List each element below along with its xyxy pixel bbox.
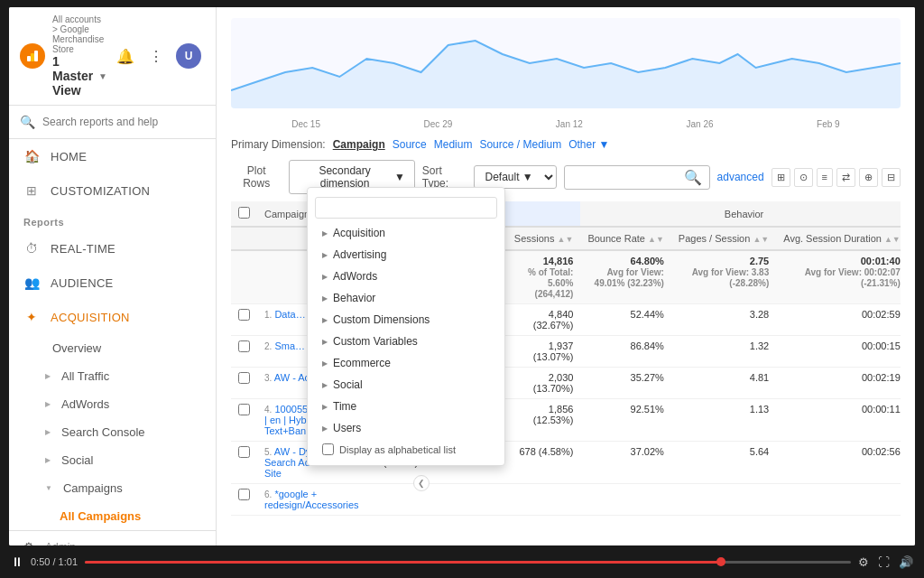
sidebar-item-customization[interactable]: ⊞ CUSTOMIZATION [9, 173, 216, 208]
total-bounce-rate: 64.80% Avg for View: 49.01% (32.23%) [580, 250, 670, 304]
dropdown-item-acquisition[interactable]: ▶ Acquisition [308, 222, 504, 244]
dim-source[interactable]: Source [393, 138, 427, 151]
campaign-link-6[interactable]: *google + redesign/Accessories [264, 489, 359, 510]
sidebar-item-social[interactable]: ▶ Social [9, 446, 216, 474]
svg-rect-2 [34, 51, 38, 61]
campaign-link-1[interactable]: Data… [274, 309, 305, 320]
dropdown-item-adwords[interactable]: ▶ AdWords [308, 266, 504, 287]
row-checkbox-4[interactable] [238, 404, 250, 415]
adwords-expand-arrow: ▶ [45, 400, 51, 408]
chart-view-btn[interactable]: ⊙ [794, 168, 813, 187]
ga-logo [20, 43, 45, 69]
advanced-link[interactable]: advanced [717, 171, 764, 183]
row-checkbox-1[interactable] [238, 309, 250, 321]
dropdown-item-custom-variables[interactable]: ▶ Custom Variables [308, 331, 504, 352]
sidebar-item-campaigns[interactable]: ▼ Campaigns [9, 474, 216, 502]
date-label-5: Feb 9 [817, 119, 840, 129]
sidebar: All accounts > Google Merchandise Store … [9, 7, 217, 545]
sidebar-item-adwords[interactable]: ▶ AdWords [9, 390, 216, 418]
row-checkbox-5[interactable] [238, 446, 250, 458]
table-view-btn[interactable]: ⊞ [772, 168, 790, 187]
play-button[interactable]: ⏸ [11, 555, 23, 569]
chart-svg [231, 18, 901, 108]
table-search-icon[interactable]: 🔍 [684, 169, 702, 186]
sidebar-item-all-traffic[interactable]: ▶ All Traffic [9, 362, 216, 390]
dropdown-item-ecommerce[interactable]: ▶ Ecommerce [308, 352, 504, 374]
view-icons: ⊞ ⊙ ≡ ⇄ ⊕ ⊟ [772, 168, 901, 187]
sidebar-item-overview[interactable]: Overview [9, 334, 216, 362]
col-avg-duration[interactable]: Avg. Session Duration ▲▼ [776, 227, 901, 250]
custom-btn[interactable]: ⊟ [882, 168, 901, 187]
search-input[interactable] [42, 116, 205, 128]
dropdown-item-advertising[interactable]: ▶ Advertising [308, 244, 504, 266]
sidebar-item-audience[interactable]: 👥 AUDIENCE [9, 266, 216, 300]
account-view[interactable]: 1 Master View ▼ [52, 54, 107, 98]
row-checkbox-2[interactable] [238, 340, 250, 352]
table-row: 6. *google + redesign/Accessories [231, 484, 901, 516]
sidebar-item-realtime[interactable]: ⏱ REAL-TIME [9, 231, 216, 266]
sidebar-collapse-btn[interactable]: ❮ [413, 475, 430, 491]
col-bounce-rate[interactable]: Bounce Rate ▲▼ [580, 227, 670, 250]
dim-other[interactable]: Other ▼ [568, 138, 609, 151]
dropdown-item-social[interactable]: ▶ Social [308, 374, 504, 396]
dropdown-item-time[interactable]: ▶ Time [308, 396, 504, 417]
secondary-dimension-dropdown: ▶ Acquisition ▶ Advertising ▶ AdWords ▶ … [307, 187, 505, 466]
date-label-4: Jan 26 [686, 119, 713, 129]
video-right-controls: ⚙ ⛶ 🔊 [858, 555, 913, 569]
campaign-link-2[interactable]: Sma… [274, 340, 305, 351]
svg-rect-0 [27, 56, 31, 61]
sort-select[interactable]: Default ▼ [474, 165, 557, 189]
compare-btn[interactable]: ⇄ [836, 168, 855, 187]
sidebar-item-customization-label: CUSTOMIZATION [51, 184, 150, 198]
settings-btn[interactable]: ⚙ [858, 555, 869, 569]
dim-source-medium[interactable]: Source / Medium [479, 138, 561, 151]
sidebar-item-home[interactable]: 🏠 HOME [9, 139, 216, 173]
volume-btn[interactable]: 🔊 [899, 555, 913, 569]
more-options-btn[interactable]: ⋮ [147, 46, 165, 67]
fullscreen-btn[interactable]: ⛶ [878, 555, 890, 569]
list-view-btn[interactable]: ≡ [817, 168, 833, 187]
dropdown-item-custom-dimensions[interactable]: ▶ Custom Dimensions [308, 309, 504, 331]
search-box-right: 🔍 [564, 165, 710, 190]
dropdown-item-behavior[interactable]: ▶ Behavior [308, 287, 504, 309]
sidebar-item-acquisition[interactable]: ✦ ACQUISITION [9, 300, 216, 334]
svg-rect-1 [31, 53, 34, 61]
search-icon: 🔍 [20, 115, 35, 129]
secondary-dim-label: Secondary dimension [299, 164, 391, 190]
search-section: 🔍 [9, 106, 216, 139]
alphabetical-checkbox[interactable] [322, 443, 334, 455]
row-checkbox-3[interactable] [238, 372, 250, 384]
bell-icon-btn[interactable]: 🔔 [115, 46, 136, 67]
audience-icon: 👥 [23, 275, 40, 291]
secondary-dim-arrow: ▼ [394, 171, 405, 183]
acquisition-label: ACQUISITION [51, 311, 130, 324]
sidebar-item-search-console[interactable]: ▶ Search Console [9, 418, 216, 446]
date-label-1: Dec 15 [291, 119, 320, 129]
pivot-btn[interactable]: ⊕ [859, 168, 878, 187]
chart-area [231, 18, 901, 108]
plot-rows-btn[interactable]: Plot Rows [231, 163, 282, 191]
content-area: Dec 15 Dec 29 Jan 12 Jan 26 Feb 9 Primar… [217, 7, 915, 545]
dropdown-item-users[interactable]: ▶ Users [308, 417, 504, 439]
sidebar-item-all-campaigns[interactable]: All Campaigns [9, 502, 216, 530]
dropdown-checkbox-alphabetical[interactable]: Display as alphabetical list [308, 439, 504, 460]
date-label-3: Jan 12 [556, 119, 583, 129]
user-avatar[interactable]: U [176, 43, 201, 69]
select-all-checkbox[interactable] [238, 207, 250, 219]
audience-label: AUDIENCE [51, 276, 114, 290]
table-search-input[interactable] [572, 171, 680, 183]
sidebar-settings[interactable]: ⚙ Admin [9, 530, 216, 545]
dim-medium[interactable]: Medium [434, 138, 473, 151]
dropdown-search-input[interactable] [315, 197, 497, 219]
total-pages: 2.75 Avg for View: 3.83 (-28.28%) [671, 250, 776, 304]
total-duration: 00:01:40 Avg for View: 00:02:07 (-21.31%… [776, 250, 901, 304]
view-dropdown-arrow[interactable]: ▼ [98, 71, 107, 81]
dim-campaign[interactable]: Campaign [333, 138, 385, 151]
col-pages-session[interactable]: Pages / Session ▲▼ [671, 227, 776, 250]
total-sessions: 14,816 % of Total: 5.60% (264,412) [507, 250, 581, 304]
expand-arrow: ▶ [45, 372, 51, 380]
row-checkbox-6[interactable] [238, 489, 250, 500]
video-container: All accounts > Google Merchandise Store … [0, 0, 924, 578]
progress-bar[interactable] [85, 561, 851, 564]
col-sessions[interactable]: Sessions ▲▼ [507, 227, 581, 250]
